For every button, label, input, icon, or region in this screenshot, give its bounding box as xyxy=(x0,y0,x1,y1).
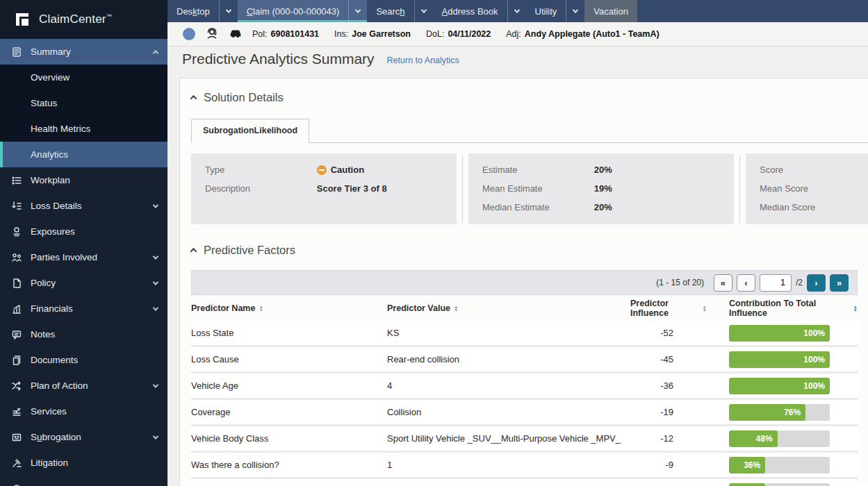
collapse-icon[interactable] xyxy=(190,94,197,101)
sidebar-item-plan-of-action[interactable]: Plan of Action xyxy=(0,373,167,399)
description-value: Score Tier 3 of 8 xyxy=(317,183,387,194)
col-contribution[interactable]: Contribution To Total Influence▲▼ xyxy=(707,299,858,318)
adjuster-field: Adj:Andy Applegate (Auto1 - TeamA) xyxy=(506,29,659,39)
summary-submenu: Overview Status Health Metrics Analytics xyxy=(0,65,167,167)
chevron-down-icon[interactable] xyxy=(153,382,158,387)
median-estimate-value: 20% xyxy=(594,202,612,212)
vehicle-icon[interactable] xyxy=(229,27,243,42)
table-row[interactable]: Loss State KS -52 100% xyxy=(191,321,858,345)
contribution-bar: 100% xyxy=(729,325,830,342)
tab-address-book-dropdown[interactable] xyxy=(507,0,526,22)
type-row: Type Caution xyxy=(205,160,443,179)
card-divider xyxy=(739,155,740,223)
sidebar-item-parties-involved[interactable]: Parties Involved xyxy=(0,244,167,270)
sidebar-item-status[interactable]: Status xyxy=(0,90,167,116)
chevron-down-icon[interactable] xyxy=(153,279,158,285)
col-predictor-influence[interactable]: Predictor Influence▲▼ xyxy=(630,299,707,318)
tab-claim-dropdown[interactable] xyxy=(348,0,367,22)
tab-search[interactable]: Search xyxy=(367,0,413,22)
sidebar-item-documents[interactable]: Documents xyxy=(0,347,167,373)
tab-search-dropdown[interactable] xyxy=(414,0,433,22)
tab-address-book-group: Address Book xyxy=(433,0,526,22)
tab-desktop-dropdown[interactable] xyxy=(219,0,238,22)
return-to-analytics-link[interactable]: Return to Analytics xyxy=(387,56,459,65)
table-row[interactable]: Coverage Collision -19 76% xyxy=(191,400,858,424)
tab-claim-group: Claim (000-00-000043) xyxy=(238,0,368,22)
next-page-button[interactable]: › xyxy=(807,274,826,292)
mean-estimate-value: 19% xyxy=(594,183,612,194)
tab-vacation[interactable]: Vacation xyxy=(584,0,637,22)
notes-icon xyxy=(11,329,22,340)
sidebar-item-workplan[interactable]: Workplan xyxy=(0,167,167,193)
chevron-up-icon[interactable] xyxy=(153,50,158,56)
caution-icon xyxy=(317,165,327,175)
contribution-bar: 100% xyxy=(729,378,830,394)
policy-icon xyxy=(11,278,22,289)
type-card: Type Caution Description Score Tier 3 of… xyxy=(191,153,457,224)
sidebar-item-analytics[interactable]: Analytics xyxy=(0,142,167,167)
exposures-icon xyxy=(11,226,22,237)
type-value: Caution xyxy=(331,165,364,175)
sidebar-item-overview[interactable]: Overview xyxy=(0,65,167,90)
contribution-bar: 76% xyxy=(729,404,830,421)
table-body: Loss State KS -52 100% Loss Cause Rear-e… xyxy=(191,321,858,486)
title-bar: Predictive Analytics Summary Return to A… xyxy=(167,47,868,72)
last-page-button[interactable]: » xyxy=(830,274,849,292)
sidebar-item-exposures[interactable]: Exposures xyxy=(0,219,167,244)
solution-details-header[interactable]: Solution Details xyxy=(191,88,868,106)
sidebar: ClaimCenter™ Summary Overview Status Hea… xyxy=(0,0,167,486)
financials-icon xyxy=(11,303,22,315)
table-header-row: Predictor Name▲▼ Predictor Value▲▼ Predi… xyxy=(191,295,858,321)
contribution-bar: 100% xyxy=(729,351,830,368)
chevron-down-icon xyxy=(355,7,361,12)
claim-status-dot-icon[interactable] xyxy=(183,28,195,40)
table-row[interactable]: Vehicle Age 4 -36 100% xyxy=(191,374,858,398)
prev-page-button[interactable]: ‹ xyxy=(737,274,755,292)
table-row[interactable]: Vehicle Body Class Sport Utility Vehicle… xyxy=(191,426,858,451)
solution-tabstrip: SubrogationLikelihood xyxy=(191,119,868,143)
first-page-button[interactable]: « xyxy=(714,274,732,292)
tab-claim[interactable]: Claim (000-00-000043) xyxy=(238,0,349,22)
collapse-icon[interactable] xyxy=(190,247,197,254)
date-of-loss-field: DoL:04/11/2022 xyxy=(426,29,491,39)
tab-utility[interactable]: Utility xyxy=(526,0,566,22)
predictive-factors-title: Predictive Factors xyxy=(204,244,295,257)
page-title: Predictive Analytics Summary xyxy=(182,51,375,67)
chevron-down-icon[interactable] xyxy=(153,305,158,310)
chevron-down-icon[interactable] xyxy=(153,253,158,259)
sidebar-item-policy[interactable]: Policy xyxy=(0,270,167,296)
tab-subrogation-likelihood[interactable]: SubrogationLikelihood xyxy=(191,119,309,143)
page-number-input[interactable] xyxy=(760,274,792,292)
col-predictor-value[interactable]: Predictor Value▲▼ xyxy=(387,303,630,313)
chevron-down-icon[interactable] xyxy=(153,202,158,208)
sidebar-item-subrogation[interactable]: Subrogation xyxy=(0,424,167,450)
chevron-down-icon[interactable] xyxy=(153,433,158,439)
sidebar-item-health-metrics[interactable]: Health Metrics xyxy=(0,116,167,142)
contribution-bar: 48% xyxy=(729,430,830,447)
adjuster-headset-icon[interactable] xyxy=(205,27,219,42)
sidebar-item-notes[interactable]: Notes xyxy=(0,321,167,347)
tab-address-book[interactable]: Address Book xyxy=(433,0,507,22)
sidebar-item-summary[interactable]: Summary xyxy=(0,39,167,65)
col-predictor-name[interactable]: Predictor Name▲▼ xyxy=(191,303,387,313)
sidebar-item-loss-details[interactable]: Loss Details xyxy=(0,193,167,219)
pagination-range: (1 - 15 of 20) xyxy=(656,278,704,287)
sidebar-item-litigation[interactable]: Litigation xyxy=(0,450,167,476)
description-row: Description Score Tier 3 of 8 xyxy=(205,179,443,198)
loss-details-icon xyxy=(11,201,22,212)
sidebar-item-financials[interactable]: Financials xyxy=(0,296,167,321)
predictive-factors-header[interactable]: Predictive Factors xyxy=(191,241,868,259)
pagination-bar: (1 - 15 of 20) « ‹ /2 › » xyxy=(191,270,858,295)
contribution-bar: 36% xyxy=(729,483,830,486)
subrogation-icon xyxy=(11,432,22,443)
analytics-panel: Solution Details SubrogationLikelihood T… xyxy=(179,78,868,486)
solution-cards: Type Caution Description Score Tier 3 of… xyxy=(191,153,868,224)
tab-desktop[interactable]: Desktop xyxy=(167,0,219,22)
card-divider xyxy=(462,155,463,223)
tab-utility-dropdown[interactable] xyxy=(566,0,584,22)
table-row[interactable]: Sub-coverage Collision -9 36% xyxy=(191,479,858,486)
table-row[interactable]: Loss Cause Rear-end collision -45 100% xyxy=(191,347,858,371)
sidebar-item-services[interactable]: Services xyxy=(0,399,167,424)
sidebar-item-clipped[interactable] xyxy=(0,476,167,486)
table-row[interactable]: Was there a collision? 1 -9 36% xyxy=(191,453,858,477)
